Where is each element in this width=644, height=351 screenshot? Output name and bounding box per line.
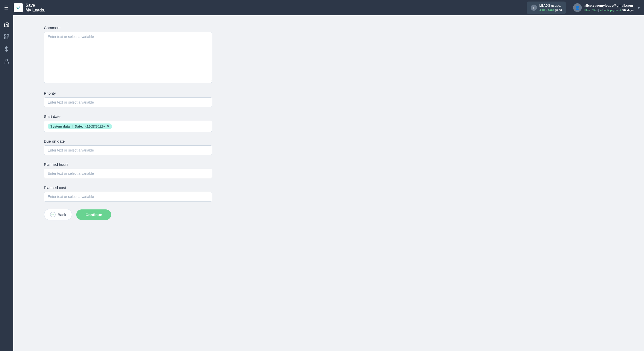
planned-hours-input[interactable]: [44, 169, 212, 178]
back-label: Back: [58, 212, 66, 217]
back-button[interactable]: ✏ Back: [44, 209, 72, 220]
svg-point-7: [6, 59, 7, 61]
tag-value: «11/28/2022»: [85, 124, 105, 128]
svg-rect-3: [5, 37, 6, 39]
billing-icon: [4, 46, 9, 52]
planned-cost-label: Planned cost: [44, 185, 217, 190]
due-date-field-group: Due on date: [44, 139, 217, 155]
planned-hours-field-group: Planned hours: [44, 162, 217, 178]
usage-label: LEADS usage:: [539, 4, 562, 7]
svg-rect-1: [5, 35, 6, 36]
avatar: 👤: [573, 3, 582, 12]
due-date-label: Due on date: [44, 139, 217, 143]
account-icon: [4, 58, 9, 64]
account-info: alice.savemyleads@gmail.com Plan | Start…: [584, 3, 634, 12]
logo: Save My Leads.: [14, 3, 45, 12]
logo-text: Save My Leads.: [26, 3, 45, 12]
tag-field: Date:: [75, 124, 83, 128]
svg-rect-0: [16, 5, 21, 10]
priority-input[interactable]: [44, 97, 212, 107]
account-plan: Plan | Start| left until payment 382 day…: [584, 8, 634, 12]
comment-textarea[interactable]: [44, 32, 212, 83]
tag-prefix: System data: [50, 124, 70, 128]
form-actions: ✏ Back Continue: [44, 209, 217, 220]
tag-pipe: |: [72, 124, 73, 128]
start-date-label: Start date: [44, 114, 217, 119]
sidebar-item-connections[interactable]: [2, 32, 12, 42]
form-container: Comment Priority Start date System data …: [44, 26, 217, 220]
due-date-input[interactable]: [44, 145, 212, 155]
planned-cost-field-group: Planned cost: [44, 185, 217, 202]
comment-label: Comment: [44, 26, 217, 30]
home-icon: [4, 22, 9, 27]
priority-label: Priority: [44, 91, 217, 95]
account-email: alice.savemyleads@gmail.com: [584, 3, 634, 8]
continue-button[interactable]: Continue: [76, 209, 111, 220]
planned-cost-input[interactable]: [44, 192, 212, 202]
app-header: ☰ Save My Leads. i LEADS usage: 4 of 2'0…: [0, 0, 644, 15]
usage-count-line: 4 of 2'000 (0%): [539, 7, 562, 12]
sidebar: [0, 15, 13, 351]
start-date-tag: System data | Date: «11/28/2022» ✕: [48, 123, 112, 129]
usage-count: 4 of 2'000: [539, 8, 554, 12]
start-date-field-group: Start date System data | Date: «11/28/20…: [44, 114, 217, 132]
start-date-input[interactable]: System data | Date: «11/28/2022» ✕: [44, 121, 212, 132]
account-chevron-icon[interactable]: ▾: [638, 5, 640, 10]
sidebar-item-home[interactable]: [2, 19, 12, 30]
usage-text-block: LEADS usage: 4 of 2'000 (0%): [539, 4, 562, 12]
svg-rect-2: [7, 35, 9, 36]
sidebar-item-billing[interactable]: [2, 44, 12, 54]
sidebar-item-account[interactable]: [2, 56, 12, 66]
app-body: Comment Priority Start date System data …: [0, 15, 644, 351]
comment-field-group: Comment: [44, 26, 217, 84]
usage-percent: (0%): [555, 8, 562, 12]
connections-icon: [4, 34, 9, 40]
priority-field-group: Priority: [44, 91, 217, 107]
planned-hours-label: Planned hours: [44, 162, 217, 167]
tag-remove-icon[interactable]: ✕: [107, 124, 109, 128]
logo-icon: [14, 3, 23, 12]
back-pencil-icon: ✏: [50, 212, 56, 217]
logo-checkmark-icon: [16, 5, 21, 10]
hamburger-icon[interactable]: ☰: [4, 5, 9, 11]
leads-usage-panel: i LEADS usage: 4 of 2'000 (0%): [527, 2, 566, 14]
account-panel[interactable]: 👤 alice.savemyleads@gmail.com Plan | Sta…: [573, 3, 634, 12]
main-content: Comment Priority Start date System data …: [13, 15, 644, 351]
info-icon: i: [531, 5, 537, 11]
